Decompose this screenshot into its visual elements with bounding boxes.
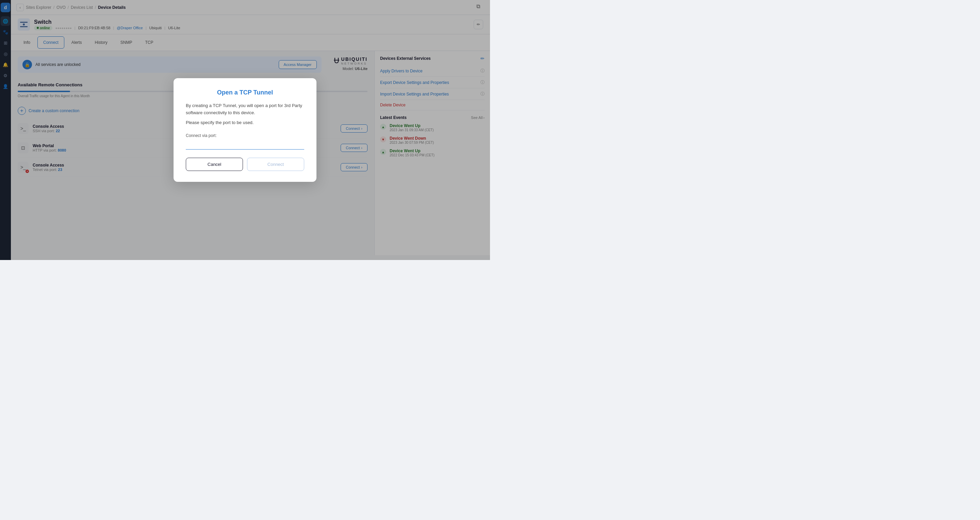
- modal-overlay: Open a TCP Tunnel By creating a TCP Tunn…: [0, 0, 490, 260]
- cancel-button[interactable]: Cancel: [186, 158, 243, 171]
- tcp-tunnel-modal: Open a TCP Tunnel By creating a TCP Tunn…: [173, 78, 317, 181]
- modal-input-label: Connect via port:: [186, 133, 304, 138]
- modal-title: Open a TCP Tunnel: [186, 89, 304, 96]
- port-input[interactable]: [186, 140, 304, 149]
- modal-actions: Cancel Connect: [186, 158, 304, 171]
- connect-button[interactable]: Connect: [247, 158, 304, 171]
- modal-body-p2: Please specify the port to be used.: [186, 119, 304, 127]
- modal-body-p1: By creating a TCP Tunnel, you will open …: [186, 102, 304, 117]
- modal-body: By creating a TCP Tunnel, you will open …: [186, 102, 304, 126]
